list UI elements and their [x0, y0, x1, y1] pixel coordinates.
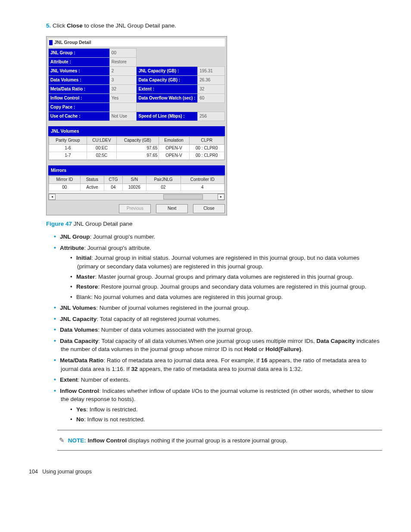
figure-caption: Figure 47 JNL Group Detail pane	[46, 220, 382, 228]
jnl-volumes-header: JNL Volumes	[48, 126, 225, 136]
jnl-group-label: JNL Group :	[49, 48, 110, 57]
detail-key-value-table: JNL Group : 00 Attribute : Restore JNL V…	[48, 48, 225, 121]
close-button[interactable]: Close	[193, 204, 225, 213]
scroll-right-icon[interactable]: ▸	[218, 194, 224, 200]
mirrors-table: Mirror IDStatus CTGS/N PairJNLGControlle…	[49, 176, 224, 191]
table-row: 00Active 0410026 024	[49, 184, 224, 191]
table-row: 1-702:5C 97.65 OPEN-V00 : CLPR0	[49, 152, 224, 160]
page-footer: 104 Using journal groups	[29, 468, 382, 476]
jnl-group-value: 00	[109, 48, 137, 57]
next-button[interactable]: Next	[156, 204, 188, 213]
step-number: 5.	[46, 22, 51, 29]
note-icon: ✎	[59, 436, 65, 444]
jnl-volumes-table: Parity Group CU:LDEV Capacity (GB) Emula…	[49, 137, 224, 160]
jnl-group-detail-screenshot: JNL Group Detail JNL Group : 00 Attribut…	[46, 36, 227, 215]
mirrors-header: Mirrors	[48, 165, 225, 175]
previous-button[interactable]: Previous	[119, 204, 151, 213]
table-row: 1-600:EC 97.65 OPEN-V00 : CLPR0	[49, 144, 224, 152]
description-list: JNL Group: Journal group's number. Attri…	[54, 232, 382, 424]
step-5: 5. Click Close to close the JNL Group De…	[46, 22, 382, 30]
pane-title: JNL Group Detail	[48, 38, 225, 47]
horizontal-scrollbar[interactable]: ◂ ▸	[48, 193, 225, 200]
scroll-left-icon[interactable]: ◂	[49, 194, 56, 200]
note-box: ✎ NOTE: Inflow Control displays nothing …	[57, 430, 382, 451]
